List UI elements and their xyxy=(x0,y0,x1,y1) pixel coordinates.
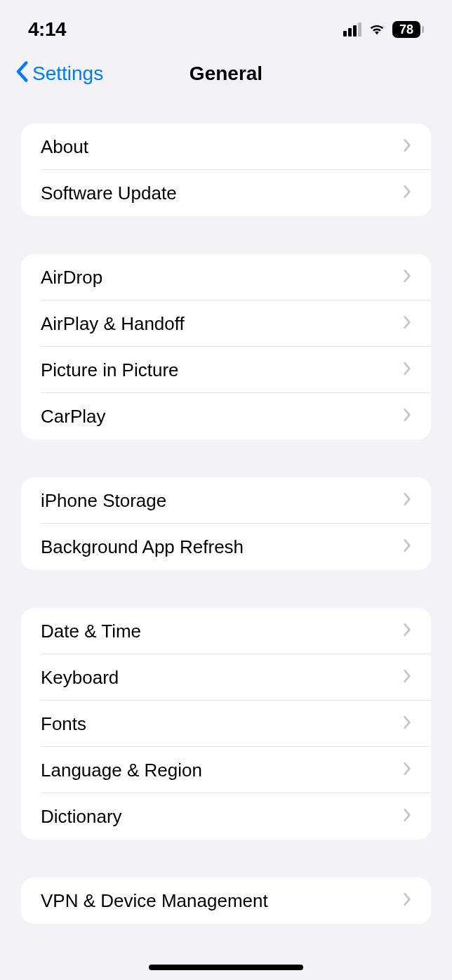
row-date-time[interactable]: Date & Time xyxy=(21,608,431,654)
back-button[interactable]: Settings xyxy=(14,61,103,87)
row-label: Background App Refresh xyxy=(41,536,244,558)
row-label: AirPlay & Handoff xyxy=(41,313,185,335)
chevron-right-icon xyxy=(403,408,411,425)
row-label: Keyboard xyxy=(41,667,119,689)
home-indicator[interactable] xyxy=(149,965,303,970)
row-fonts[interactable]: Fonts xyxy=(21,701,431,747)
chevron-right-icon xyxy=(403,185,411,201)
row-label: Picture in Picture xyxy=(41,359,179,381)
row-about[interactable]: About xyxy=(21,124,431,170)
chevron-right-icon xyxy=(403,892,411,909)
row-vpn-device-management[interactable]: VPN & Device Management xyxy=(21,878,431,924)
row-label: Software Update xyxy=(41,183,177,204)
chevron-right-icon xyxy=(403,623,411,640)
row-label: Dictionary xyxy=(41,806,122,828)
row-label: About xyxy=(41,136,88,158)
row-airdrop[interactable]: AirDrop xyxy=(21,254,431,300)
row-iphone-storage[interactable]: iPhone Storage xyxy=(21,477,431,524)
section-about: About Software Update xyxy=(21,124,431,216)
row-language-region[interactable]: Language & Region xyxy=(21,747,431,793)
row-keyboard[interactable]: Keyboard xyxy=(21,654,431,701)
row-label: VPN & Device Management xyxy=(41,890,268,912)
row-software-update[interactable]: Software Update xyxy=(21,170,431,216)
section-system: Date & Time Keyboard Fonts Language & Re… xyxy=(21,608,431,840)
row-label: CarPlay xyxy=(41,406,105,428)
status-bar: 4:14 78 xyxy=(0,0,452,49)
row-picture-in-picture[interactable]: Picture in Picture xyxy=(21,347,431,393)
back-label: Settings xyxy=(32,62,103,85)
chevron-right-icon xyxy=(403,269,411,286)
section-vpn: VPN & Device Management xyxy=(21,878,431,924)
chevron-right-icon xyxy=(403,669,411,686)
navigation-bar: Settings General xyxy=(0,53,452,95)
chevron-right-icon xyxy=(403,492,411,509)
row-dictionary[interactable]: Dictionary xyxy=(21,793,431,840)
row-label: iPhone Storage xyxy=(41,490,166,512)
row-label: AirDrop xyxy=(41,267,102,289)
row-background-app-refresh[interactable]: Background App Refresh xyxy=(21,524,431,570)
row-label: Date & Time xyxy=(41,621,141,642)
chevron-left-icon xyxy=(14,61,29,87)
wifi-icon xyxy=(367,20,387,39)
row-label: Fonts xyxy=(41,713,86,735)
cellular-icon xyxy=(343,22,361,37)
chevron-right-icon xyxy=(403,315,411,332)
status-time: 4:14 xyxy=(28,18,66,41)
row-airplay-handoff[interactable]: AirPlay & Handoff xyxy=(21,300,431,347)
chevron-right-icon xyxy=(403,538,411,555)
settings-content: About Software Update AirDrop AirPlay & … xyxy=(0,124,452,924)
row-label: Language & Region xyxy=(41,760,202,781)
section-storage: iPhone Storage Background App Refresh xyxy=(21,477,431,570)
chevron-right-icon xyxy=(403,715,411,732)
page-title: General xyxy=(190,62,262,85)
chevron-right-icon xyxy=(403,362,411,378)
chevron-right-icon xyxy=(403,808,411,825)
status-indicators: 78 xyxy=(343,20,424,39)
chevron-right-icon xyxy=(403,138,411,155)
battery-icon: 78 xyxy=(392,21,424,38)
chevron-right-icon xyxy=(403,762,411,779)
row-carplay[interactable]: CarPlay xyxy=(21,393,431,439)
battery-level: 78 xyxy=(392,21,420,38)
section-connectivity: AirDrop AirPlay & Handoff Picture in Pic… xyxy=(21,254,431,439)
